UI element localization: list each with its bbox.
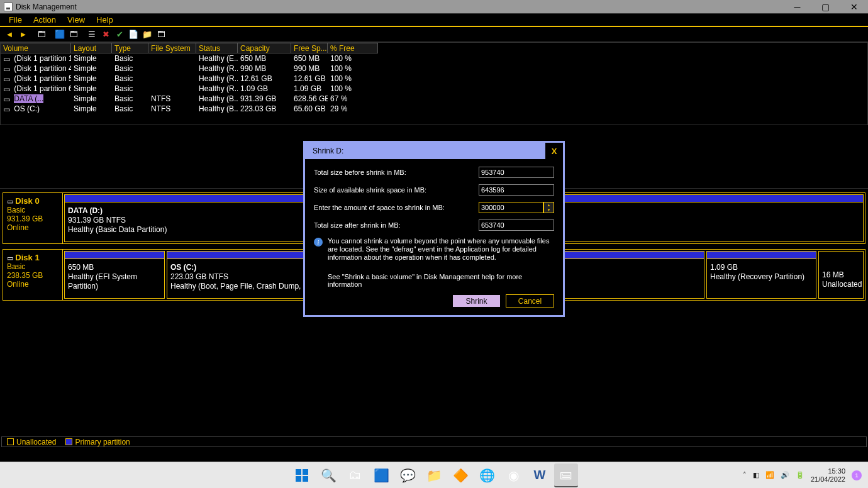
svg-rect-2 [296,476,301,482]
drive-icon: ▭ [3,64,12,74]
tray-clock[interactable]: 15:30 21/04/2022 [811,467,845,484]
drive-icon: ▭ [3,74,12,84]
toolbar-icon-3[interactable]: ☰ [86,29,98,40]
partition[interactable]: 650 MBHealthy (EFI System Partition) [64,251,165,299]
volume-row[interactable]: ▭ OS (C:)SimpleBasicNTFSHealthy (B...223… [1,104,867,114]
edge-icon[interactable]: 🌐 [475,463,499,487]
shrink-amount-spinner[interactable]: ▲▼ [543,202,554,213]
tray-app-icon[interactable]: ◧ [753,471,759,479]
shrink-dialog: Shrink D: X Total size before shrink in … [303,141,565,317]
drive-icon: ▭ [3,54,12,64]
dialog-close-button[interactable]: X [545,143,563,159]
col-filesystem[interactable]: File System [148,43,196,53]
taskbar: 🔍 🗂 🟦 💬 📁 🔶 🌐 ◉ W 🖴 ˄ ◧ 📶 🔊 🔋 15:30 21/0… [0,462,868,488]
notification-badge[interactable]: 1 [852,470,862,480]
tray-chevron-icon[interactable]: ˄ [743,471,747,479]
refresh-icon[interactable]: 🟦 [53,29,66,40]
col-free[interactable]: Free Sp... [291,43,328,53]
window-maximize-button[interactable]: ▢ [811,1,840,13]
field-available [479,184,554,196]
volume-row[interactable]: ▭ (Disk 1 partition 6)SimpleBasicHealthy… [1,84,867,94]
menu-file[interactable]: File [3,14,28,26]
check-icon[interactable]: ✔ [113,29,126,40]
disk-management-taskbar-icon[interactable]: 🖴 [554,463,578,487]
swatch-unallocated [7,438,14,445]
window-close-button[interactable]: ✕ [840,1,868,13]
task-view-icon[interactable]: 🗂 [343,463,367,487]
delete-icon[interactable]: ✖ [99,29,112,40]
disk-label: ▭ Disk 0Basic931.39 GBOnline [3,193,63,243]
shrink-button[interactable]: Shrink [452,294,501,308]
app-icon-1[interactable]: 🔶 [448,463,472,487]
info-icon: i [314,238,323,247]
field-shrink-amount[interactable] [479,202,543,213]
menu-help[interactable]: Help [91,14,119,26]
label-total-after: Total size after shrink in MB: [314,221,479,229]
disk-icon: ▭ [7,197,13,205]
col-status[interactable]: Status [196,43,238,53]
toolbar: ◄ ► 🗔 🟦 🗔 ☰ ✖ ✔ 📄 📁 🗔 [0,27,868,42]
col-type[interactable]: Type [112,43,148,53]
battery-icon[interactable]: 🔋 [796,471,804,479]
tray-time: 15:30 [811,467,845,475]
dialog-titlebar[interactable]: Shrink D: X [305,143,563,159]
legend-primary: Primary partition [75,438,130,446]
window-title: Disk Management [16,3,77,11]
wifi-icon[interactable]: 📶 [765,471,774,479]
menubar: File Action View Help [0,13,868,27]
toolbar-icon-4[interactable]: 📄 [127,29,140,40]
nav-forward-icon[interactable]: ► [17,29,30,40]
col-capacity[interactable]: Capacity [238,43,291,53]
volume-row[interactable]: ▭ (Disk 1 partition 5)SimpleBasicHealthy… [1,74,867,84]
toolbar-icon-6[interactable]: 🗔 [155,29,167,40]
volume-row[interactable]: ▭ (Disk 1 partition 1)SimpleBasicHealthy… [1,53,867,64]
svg-rect-0 [296,469,301,475]
search-icon[interactable]: 🔍 [316,463,340,487]
toolbar-icon-2[interactable]: 🗔 [67,29,80,40]
field-total-before [479,167,554,178]
window-titlebar: Disk Management ─ ▢ ✕ [0,0,868,13]
volume-row[interactable]: ▭ (Disk 1 partition 4)SimpleBasicHealthy… [1,64,867,74]
volume-header: Volume Layout Type File System Status Ca… [1,43,867,53]
chat-icon[interactable]: 💬 [396,463,420,487]
dialog-title: Shrink D: [313,147,343,155]
volume-row[interactable]: ▭ DATA (...SimpleBasicNTFSHealthy (B...9… [1,94,867,104]
cancel-button[interactable]: Cancel [506,294,554,308]
drive-icon: ▭ [3,104,12,114]
swatch-primary [65,438,72,445]
disk-label: ▭ Disk 1Basic238.35 GBOnline [3,250,63,300]
dialog-help-link[interactable]: See "Shrink a basic volume" in Disk Mana… [328,273,554,288]
svg-rect-3 [303,476,308,482]
tray-date: 21/04/2022 [811,475,845,484]
col-layout[interactable]: Layout [71,43,112,53]
spinner-up-icon[interactable]: ▲ [544,202,554,208]
widgets-icon[interactable]: 🟦 [369,463,393,487]
toolbar-icon-5[interactable]: 📁 [141,29,153,40]
volume-icon[interactable]: 🔊 [781,471,789,479]
app-icon [4,3,13,11]
legend-unallocated: Unallocated [16,438,56,446]
legend: Unallocated Primary partition [1,436,867,447]
partition[interactable]: 1.09 GBHealthy (Recovery Partition) [706,251,816,299]
col-pct-free[interactable]: % Free [328,43,378,53]
field-total-after [479,219,554,231]
disk-icon: ▭ [7,254,13,262]
chrome-icon[interactable]: ◉ [501,463,525,487]
dialog-info-text: You cannot shrink a volume beyond the po… [328,237,554,262]
start-button[interactable] [290,463,314,487]
partition[interactable]: 16 MBUnallocated [818,251,864,299]
col-volume[interactable]: Volume [1,43,71,53]
nav-back-icon[interactable]: ◄ [3,29,16,40]
label-enter-amount: Enter the amount of space to shrink in M… [314,204,479,211]
menu-action[interactable]: Action [28,14,62,26]
label-total-before: Total size before shrink in MB: [314,169,479,176]
menu-view[interactable]: View [62,14,91,26]
svg-rect-1 [303,469,308,475]
drive-icon: ▭ [3,94,12,104]
spinner-down-icon[interactable]: ▼ [544,208,554,213]
toolbar-icon-1[interactable]: 🗔 [35,29,48,40]
window-minimize-button[interactable]: ─ [783,1,811,13]
word-icon[interactable]: W [528,463,552,487]
label-available: Size of available shrink space in MB: [314,186,479,194]
explorer-icon[interactable]: 📁 [422,463,446,487]
